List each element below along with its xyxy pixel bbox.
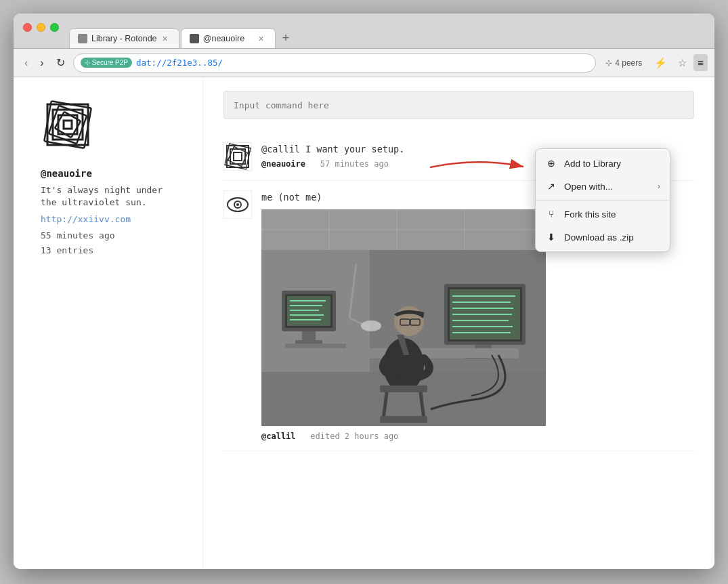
svg-rect-35 [302,331,316,341]
sidebar: @neauoire It's always night under the ul… [14,77,203,569]
address-bar[interactable]: ⊹ Secure P2P dat://2f21e3..85/ [73,54,597,72]
menu-label-download-zip: Download as .zip [564,232,634,243]
post-edited-label [301,432,305,441]
secure-badge-label: Secure P2P [92,59,128,66]
tab-label-library: Library - Rotonde [91,34,157,43]
lightning-button[interactable]: ⚡ [650,54,671,72]
post-time-label-2: edited 2 hours ago [310,432,398,441]
open-with-icon: ↗ [545,181,557,192]
menu-item-add-to-library[interactable]: ⊕ Add to Library [536,152,670,175]
sidebar-meta: 55 minutes ago 13 entries [41,228,189,258]
forward-button[interactable]: › [36,54,47,72]
page-content: @neauoire It's always night under the ul… [14,77,714,569]
peers-button[interactable]: ⊹ 4 peers [600,56,647,70]
back-button[interactable]: ‹ [20,54,32,72]
rotonde-logo-svg [41,98,95,152]
menu-item-download-zip[interactable]: ⬇ Download as .zip [536,226,670,249]
sidebar-logo [41,98,189,154]
sidebar-time-ago: 55 minutes ago [41,228,189,243]
menu-label-add-to-library: Add to Library [564,159,621,169]
sidebar-username: @neauoire [41,168,189,179]
post-avatar-2 [223,190,252,219]
rotonde-avatar-icon [223,142,252,171]
svg-rect-59 [380,385,427,392]
sidebar-bio-line1: It's always night under [41,185,163,195]
sidebar-bio: It's always night under the ultraviolet … [41,184,189,209]
post-author-2: @callil [261,432,296,441]
post-meta-2: @callil edited 2 hours ago [261,432,694,441]
star-button[interactable]: ☆ [674,54,691,72]
command-input[interactable] [223,91,694,119]
post-author-1: @neauoire [261,159,305,169]
tab-neauoire[interactable]: @neauoire × [181,28,276,48]
vintage-photo-svg [261,209,546,426]
menu-button[interactable]: ≡ [693,54,708,71]
context-menu: ⊕ Add to Library ↗ Open with... › ⑂ Fork… [535,148,670,252]
tab-close-neauoire[interactable]: × [257,34,265,43]
svg-rect-62 [380,416,427,423]
refresh-button[interactable]: ↻ [52,54,69,72]
eye-avatar-icon [223,190,252,219]
open-with-arrow-icon: › [658,182,660,191]
traffic-lights [23,23,59,32]
sidebar-bio-line2: the ultraviolet sun. [41,197,147,207]
menu-label-open-with: Open with... [564,182,613,192]
svg-rect-0 [41,98,95,152]
new-tab-button[interactable]: + [277,28,295,48]
post-image-2 [261,209,546,426]
fork-icon: ⑂ [545,209,557,220]
tab-close-library[interactable]: × [161,34,169,43]
title-bar: Library - Rotonde × @neauoire × + [14,14,714,49]
maximize-button[interactable] [50,23,59,32]
peers-icon: ⊹ [605,58,612,68]
toolbar: ‹ › ↻ ⊹ Secure P2P dat://2f21e3..85/ ⊹ 4… [14,49,714,77]
svg-rect-8 [223,142,252,171]
menu-item-open-with[interactable]: ↗ Open with... › [536,175,670,198]
url-text: dat://2f21e3..85/ [136,58,223,68]
tabs-area: Library - Rotonde × @neauoire × + [69,28,295,48]
tab-favicon-neauoire [190,34,199,43]
share-icon: ⊹ [85,59,90,66]
download-icon: ⬇ [545,232,557,243]
tab-favicon-library [78,34,87,43]
secure-badge: ⊹ Secure P2P [81,58,132,68]
minimize-button[interactable] [37,23,45,32]
peers-label: 4 peers [615,58,642,68]
tab-library[interactable]: Library - Rotonde × [69,28,179,48]
post-time-label-1: 57 minutes ago [320,159,389,169]
add-library-icon: ⊕ [545,158,557,169]
sidebar-link[interactable]: http://xxiivv.com [41,214,189,224]
menu-item-fork[interactable]: ⑂ Fork this site [536,203,670,226]
menu-divider [536,200,670,201]
post-avatar-1 [223,142,252,171]
sidebar-entries: 13 entries [41,243,189,258]
svg-point-17 [236,203,239,206]
post-time-1 [310,159,315,169]
menu-label-fork: Fork this site [564,209,616,220]
close-button[interactable] [23,23,32,32]
browser-window: Library - Rotonde × @neauoire × + ‹ › ↻ … [14,14,714,569]
tab-label-neauoire: @neauoire [203,34,253,43]
toolbar-right: ⊹ 4 peers ⚡ ☆ ≡ [600,54,708,72]
svg-point-58 [361,320,381,331]
